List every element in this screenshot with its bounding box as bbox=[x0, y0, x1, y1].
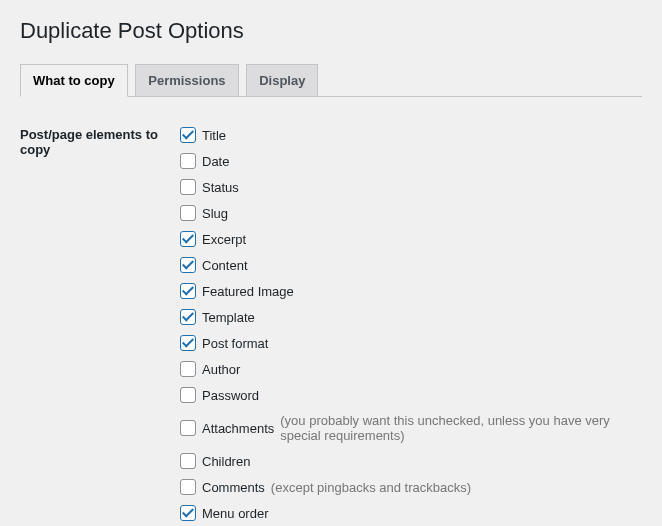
page-title: Duplicate Post Options bbox=[20, 18, 642, 44]
element-row: Attachments(you probably want this unche… bbox=[180, 413, 642, 443]
element-checkbox[interactable] bbox=[180, 361, 196, 377]
element-label[interactable]: Featured Image bbox=[202, 284, 294, 299]
form-table: Post/page elements to copy TitleDateStat… bbox=[20, 117, 642, 526]
element-row: Title bbox=[180, 127, 642, 143]
element-checkbox[interactable] bbox=[180, 153, 196, 169]
element-row: Comments(except pingbacks and trackbacks… bbox=[180, 479, 642, 495]
element-label[interactable]: Date bbox=[202, 154, 229, 169]
element-checkbox[interactable] bbox=[180, 479, 196, 495]
element-checkbox[interactable] bbox=[180, 257, 196, 273]
element-row: Featured Image bbox=[180, 283, 642, 299]
element-checkbox[interactable] bbox=[180, 205, 196, 221]
element-checkbox[interactable] bbox=[180, 179, 196, 195]
element-checkbox[interactable] bbox=[180, 309, 196, 325]
element-row: Excerpt bbox=[180, 231, 642, 247]
element-checkbox[interactable] bbox=[180, 283, 196, 299]
element-label[interactable]: Slug bbox=[202, 206, 228, 221]
tab-what-to-copy[interactable]: What to copy bbox=[20, 64, 128, 97]
element-checkbox[interactable] bbox=[180, 387, 196, 403]
element-row: Date bbox=[180, 153, 642, 169]
nav-tab-wrapper: What to copy Permissions Display bbox=[20, 64, 642, 97]
element-checkbox[interactable] bbox=[180, 453, 196, 469]
element-row: Author bbox=[180, 361, 642, 377]
element-checkbox[interactable] bbox=[180, 335, 196, 351]
tab-permissions[interactable]: Permissions bbox=[135, 64, 238, 96]
element-label[interactable]: Excerpt bbox=[202, 232, 246, 247]
element-label[interactable]: Template bbox=[202, 310, 255, 325]
element-row: Template bbox=[180, 309, 642, 325]
element-row: Password bbox=[180, 387, 642, 403]
element-checkbox[interactable] bbox=[180, 127, 196, 143]
element-label[interactable]: Password bbox=[202, 388, 259, 403]
element-hint: (you probably want this unchecked, unles… bbox=[280, 413, 642, 443]
tab-display[interactable]: Display bbox=[246, 64, 318, 96]
element-row: Content bbox=[180, 257, 642, 273]
element-label[interactable]: Content bbox=[202, 258, 248, 273]
element-row: Slug bbox=[180, 205, 642, 221]
elements-section-label: Post/page elements to copy bbox=[20, 117, 180, 526]
element-hint: (except pingbacks and trackbacks) bbox=[271, 480, 471, 495]
element-label[interactable]: Status bbox=[202, 180, 239, 195]
element-checkbox[interactable] bbox=[180, 505, 196, 521]
element-checkbox[interactable] bbox=[180, 420, 196, 436]
element-label[interactable]: Title bbox=[202, 128, 226, 143]
element-row: Menu order bbox=[180, 505, 642, 521]
element-row: Children bbox=[180, 453, 642, 469]
element-label[interactable]: Attachments bbox=[202, 421, 274, 436]
element-label[interactable]: Children bbox=[202, 454, 250, 469]
element-label[interactable]: Post format bbox=[202, 336, 268, 351]
element-checkbox[interactable] bbox=[180, 231, 196, 247]
element-row: Status bbox=[180, 179, 642, 195]
element-row: Post format bbox=[180, 335, 642, 351]
element-label[interactable]: Author bbox=[202, 362, 240, 377]
element-label[interactable]: Menu order bbox=[202, 506, 268, 521]
element-label[interactable]: Comments bbox=[202, 480, 265, 495]
